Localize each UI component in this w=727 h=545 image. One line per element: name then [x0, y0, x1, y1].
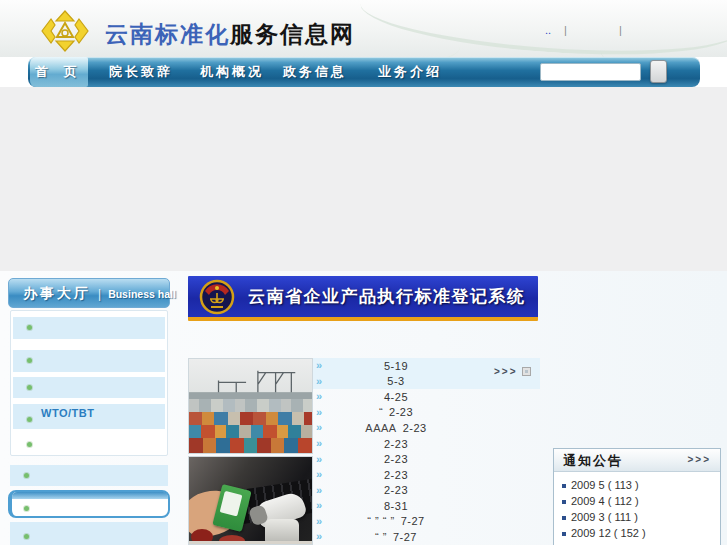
- nav-item-home[interactable]: 首 页: [30, 57, 88, 87]
- notices-header: 通知公告 >>>: [554, 449, 720, 472]
- sidebar-item[interactable]: [13, 435, 165, 455]
- notice-item[interactable]: 2009 3 ( 111 ): [562, 509, 720, 525]
- double-arrow-icon: »: [313, 500, 327, 511]
- bullet-icon: [24, 534, 29, 539]
- news-item-text: AAAA: [365, 422, 396, 434]
- double-arrow-icon: »: [313, 485, 327, 496]
- notices-panel: 通知公告 >>> 2009 5 ( 113 ) 2009 4 ( 112 ) 2…: [553, 448, 721, 545]
- sidebar-item-label[interactable]: WTO/TBT: [41, 407, 94, 419]
- content-area: 办事大厅|Business hall WTO/TBT: [0, 271, 727, 545]
- square-bullet-icon: [562, 500, 566, 504]
- news-item[interactable]: »2-23: [313, 451, 540, 467]
- sidebar-title-en: Business hall: [108, 288, 176, 300]
- news-item-date: 2-23: [384, 484, 408, 496]
- bullet-icon: [24, 506, 29, 511]
- sidebar-title-divider: |: [98, 287, 101, 301]
- news-item-date: 5-19: [384, 360, 408, 372]
- selected-item-top-strip: [12, 492, 168, 499]
- sidebar-item[interactable]: [10, 522, 168, 545]
- news-item-date: 2-23: [403, 422, 427, 434]
- news-item-text: “: [379, 406, 383, 418]
- top-link[interactable]: ..: [545, 24, 551, 36]
- double-arrow-icon: »: [313, 391, 327, 402]
- news-item-date: 7-27: [393, 531, 417, 543]
- broken-image-icon: [522, 367, 531, 376]
- government-emblem-icon: [199, 279, 235, 315]
- site-header: 云南标准化服务信息网 .. | |: [0, 0, 727, 57]
- news-item[interactable]: »“ ”7-27: [313, 529, 540, 545]
- bullet-icon: [27, 385, 32, 390]
- double-arrow-icon: »: [313, 422, 327, 433]
- registration-system-banner[interactable]: 云南省企业产品执行标准登记系统: [188, 276, 538, 321]
- flash-banner-placeholder: [0, 87, 727, 271]
- news-photo-barcode-scanner[interactable]: [188, 456, 313, 545]
- news-item[interactable]: »“ ” “ ”7-27: [313, 513, 540, 529]
- bullet-icon: [27, 417, 32, 422]
- news-item-date: 4-25: [384, 391, 408, 403]
- sidebar-header: 办事大厅|Business hall: [8, 278, 170, 308]
- sidebar-item[interactable]: [10, 465, 168, 486]
- news-item-date: 2-23: [389, 406, 413, 418]
- news-item[interactable]: »2-23: [313, 436, 540, 452]
- double-arrow-icon: »: [313, 438, 327, 449]
- double-arrow-icon: »: [313, 376, 327, 387]
- bullet-icon: [27, 325, 32, 330]
- notices-more-link[interactable]: >>>: [687, 449, 711, 471]
- sidebar-item[interactable]: [13, 377, 165, 398]
- news-item-date: 2-23: [384, 438, 408, 450]
- search-input[interactable]: [540, 63, 641, 81]
- double-arrow-icon: »: [313, 360, 327, 371]
- news-item-text: “ ” “ ”: [367, 515, 394, 527]
- main-nav: 首 页 院长致辞 机构概况 政务信息 业务介绍: [28, 57, 700, 87]
- notice-item[interactable]: 2009 12 ( 152 ): [562, 525, 720, 541]
- news-item[interactable]: »2-23: [313, 467, 540, 483]
- nav-item-gov-info[interactable]: 政务信息: [275, 57, 355, 87]
- notices-list: 2009 5 ( 113 ) 2009 4 ( 112 ) 2009 3 ( 1…: [554, 472, 720, 545]
- news-item-text: “ ”: [375, 531, 387, 543]
- search-button[interactable]: [650, 60, 667, 83]
- news-item-date: 2-23: [384, 453, 408, 465]
- page: 云南标准化服务信息网 .. | | 首 页 院长致辞 机构概况 政务信息 业务介…: [0, 0, 727, 545]
- nav-item-organization[interactable]: 机构概况: [192, 57, 272, 87]
- sidebar-menu-panel: WTO/TBT: [10, 310, 168, 456]
- square-bullet-icon: [562, 484, 566, 488]
- sidebar-item-wto-tbt[interactable]: WTO/TBT: [13, 404, 165, 429]
- notice-item[interactable]: 2009 4 ( 112 ): [562, 493, 720, 509]
- news-item[interactable]: »“2-23: [313, 405, 540, 421]
- nav-item-presidents-address[interactable]: 院长致辞: [101, 57, 181, 87]
- square-bullet-icon: [562, 532, 566, 536]
- double-arrow-icon: »: [313, 516, 327, 527]
- sidebar-item[interactable]: [13, 317, 165, 339]
- top-link-separator: |: [619, 24, 622, 36]
- bullet-icon: [27, 442, 32, 447]
- double-arrow-icon: »: [313, 407, 327, 418]
- photo-counter-edge: [189, 541, 312, 545]
- news-item-date: 7-27: [401, 515, 425, 527]
- notice-item-label: 2009 3 ( 111 ): [571, 511, 638, 523]
- notice-item-label: 2009 4 ( 112 ): [571, 495, 639, 507]
- news-photo-container-port[interactable]: [188, 358, 313, 454]
- news-item[interactable]: »2-23: [313, 482, 540, 498]
- sidebar-item-selected[interactable]: [8, 490, 170, 518]
- bullet-icon: [24, 473, 29, 478]
- notice-item[interactable]: 2009 2 ( 110 ): [562, 541, 720, 545]
- banner-title: 云南省企业产品执行标准登记系统: [248, 285, 526, 308]
- photo-container-row: [189, 425, 312, 438]
- news-item[interactable]: »4-25: [313, 389, 540, 405]
- double-arrow-icon: »: [313, 469, 327, 480]
- news-more-link[interactable]: >>>: [494, 366, 518, 377]
- notice-item[interactable]: 2009 5 ( 113 ): [562, 477, 720, 493]
- news-item-date: 5-3: [387, 375, 404, 387]
- sidebar-title-cn: 办事大厅: [23, 285, 91, 301]
- photo-container-row: [189, 399, 312, 412]
- double-arrow-icon: »: [313, 454, 327, 465]
- news-item[interactable]: »AAAA2-23: [313, 420, 540, 436]
- nav-item-business-intro[interactable]: 业务介绍: [370, 57, 450, 87]
- notice-item-label: 2009 5 ( 113 ): [571, 479, 639, 491]
- notice-item-label: 2009 12 ( 152 ): [571, 527, 646, 539]
- news-list: »5-19 »5-3 »4-25 »“2-23 »AAAA2-23 »2-23 …: [313, 358, 540, 545]
- sidebar-item[interactable]: [13, 350, 165, 372]
- photo-product-label: [220, 491, 243, 517]
- square-bullet-icon: [562, 516, 566, 520]
- news-item[interactable]: »8-31: [313, 498, 540, 514]
